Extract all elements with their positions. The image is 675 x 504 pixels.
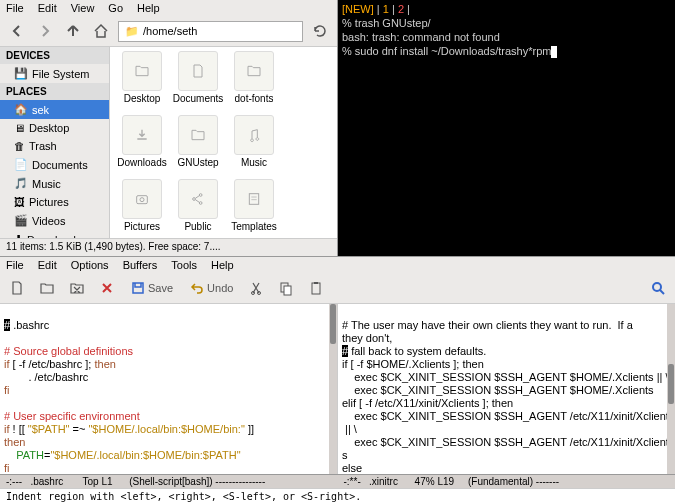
sidebar-home[interactable]: 🏠sek [0, 100, 109, 119]
ed-menu-help[interactable]: Help [211, 259, 234, 271]
folder-desktop[interactable]: Desktop [114, 51, 170, 115]
download-icon [122, 115, 162, 155]
sidebar-trash[interactable]: 🗑Trash [0, 137, 109, 155]
undo-button[interactable]: Undo [185, 277, 237, 299]
paste-button[interactable] [305, 277, 327, 299]
svg-point-4 [199, 202, 202, 205]
share-icon [178, 179, 218, 219]
sidebar-videos[interactable]: 🎬Videos [0, 211, 109, 230]
folder-dotfonts[interactable]: dot-fonts [226, 51, 282, 115]
sidebar-music[interactable]: 🎵Music [0, 174, 109, 193]
folder-downloads[interactable]: Downloads [114, 115, 170, 179]
svg-point-2 [193, 198, 196, 201]
videos-icon: 🎬 [14, 214, 28, 227]
home-button[interactable] [90, 20, 112, 42]
folder-gnustep[interactable]: GNUstep [170, 115, 226, 179]
editor-toolbar: Save Undo [0, 273, 675, 304]
cut-button[interactable] [245, 277, 267, 299]
editor-statusbar: -:--- .bashrc Top L1 (Shell-script[bash]… [0, 474, 675, 488]
editor-pane-left[interactable]: # .bashrc # Source global definitions if… [0, 304, 338, 474]
scrollbar-left[interactable] [329, 304, 337, 474]
folder-icon [234, 51, 274, 91]
editor: File Edit Options Buffers Tools Help Sav… [0, 256, 675, 504]
scroll-thumb[interactable] [668, 364, 674, 404]
fm-toolbar: 📁 /home/seth [0, 16, 337, 47]
terminal-title: [NEW] | 1 | 2 | [342, 2, 671, 16]
sidebar-pictures[interactable]: 🖼Pictures [0, 193, 109, 211]
folder-templates[interactable]: Templates [226, 179, 282, 238]
new-file-button[interactable] [6, 277, 28, 299]
kill-buffer-button[interactable] [66, 277, 88, 299]
fm-statusbar: 11 items: 1.5 KiB (1,490 bytes). Free sp… [0, 238, 337, 256]
folder-icon: 📁 [125, 25, 139, 38]
sidebar-desktop[interactable]: 🖥Desktop [0, 119, 109, 137]
home-icon: 🏠 [14, 103, 28, 116]
folder-documents[interactable]: Documents [170, 51, 226, 115]
template-icon [234, 179, 274, 219]
terminal-line: bash: trash: command not found [342, 30, 671, 44]
svg-point-1 [140, 198, 144, 202]
fm-menu-file[interactable]: File [6, 2, 24, 14]
drive-icon: 💾 [14, 67, 28, 80]
pictures-icon: 🖼 [14, 196, 25, 208]
close-button[interactable] [96, 277, 118, 299]
back-button[interactable] [6, 20, 28, 42]
music-icon [234, 115, 274, 155]
sidebar-documents[interactable]: 📄Documents [0, 155, 109, 174]
svg-rect-0 [137, 196, 148, 204]
section-devices: DEVICES [0, 47, 109, 64]
fm-menu-help[interactable]: Help [137, 2, 160, 14]
doc-icon: 📄 [14, 158, 28, 171]
sidebar-filesystem[interactable]: 💾File System [0, 64, 109, 83]
svg-point-12 [653, 283, 661, 291]
ed-menu-edit[interactable]: Edit [38, 259, 57, 271]
svg-rect-5 [249, 194, 258, 205]
folder-pictures[interactable]: Pictures [114, 179, 170, 238]
icon-view[interactable]: Desktop Documents dot-fonts Downloads GN… [110, 47, 337, 238]
ed-menu-tools[interactable]: Tools [171, 259, 197, 271]
scrollbar-right[interactable] [667, 304, 675, 474]
folder-music[interactable]: Music [226, 115, 282, 179]
location-bar[interactable]: 📁 /home/seth [118, 21, 303, 42]
open-button[interactable] [36, 277, 58, 299]
camera-icon [122, 179, 162, 219]
save-button[interactable]: Save [126, 277, 177, 299]
path-text: /home/seth [143, 25, 197, 37]
fm-sidebar: DEVICES 💾File System PLACES 🏠sek 🖥Deskto… [0, 47, 110, 238]
svg-point-3 [199, 194, 202, 197]
folder-icon [178, 115, 218, 155]
fm-menu-view[interactable]: View [71, 2, 95, 14]
fm-menu-edit[interactable]: Edit [38, 2, 57, 14]
reload-button[interactable] [309, 20, 331, 42]
svg-rect-9 [284, 286, 291, 295]
trash-icon: 🗑 [14, 140, 25, 152]
section-places: PLACES [0, 83, 109, 100]
minibuffer[interactable]: Indent region with <left>, <right>, <S-l… [0, 488, 675, 504]
copy-button[interactable] [275, 277, 297, 299]
terminal[interactable]: [NEW] | 1 | 2 | % trash GNUstep/ bash: t… [338, 0, 675, 256]
ed-menu-buffers[interactable]: Buffers [123, 259, 158, 271]
music-icon: 🎵 [14, 177, 28, 190]
terminal-line: % trash GNUstep/ [342, 16, 671, 30]
up-button[interactable] [62, 20, 84, 42]
ed-menu-file[interactable]: File [6, 259, 24, 271]
status-left: -:--- .bashrc Top L1 (Shell-script[bash]… [0, 474, 338, 488]
ed-menu-options[interactable]: Options [71, 259, 109, 271]
search-button[interactable] [647, 277, 669, 299]
fm-menu-go[interactable]: Go [108, 2, 123, 14]
status-right: -:**- .xinitrc 47% L19 (Fundamental) ---… [338, 474, 676, 488]
terminal-line: % sudo dnf install ~/Downloads/trashy*rp… [342, 44, 671, 58]
forward-button[interactable] [34, 20, 56, 42]
editor-pane-right[interactable]: # The user may have their own clients th… [338, 304, 675, 474]
file-manager: File Edit View Go Help 📁 /home/seth DEVI… [0, 0, 338, 256]
svg-rect-11 [314, 282, 318, 284]
editor-menubar: File Edit Options Buffers Tools Help [0, 257, 675, 273]
folder-icon [178, 51, 218, 91]
terminal-cursor [551, 46, 557, 58]
desktop-icon: 🖥 [14, 122, 25, 134]
sidebar-downloads[interactable]: ⬇Downloads [0, 230, 109, 238]
folder-public[interactable]: Public [170, 179, 226, 238]
folder-icon [122, 51, 162, 91]
scroll-thumb[interactable] [330, 304, 336, 344]
svg-rect-10 [312, 283, 320, 294]
